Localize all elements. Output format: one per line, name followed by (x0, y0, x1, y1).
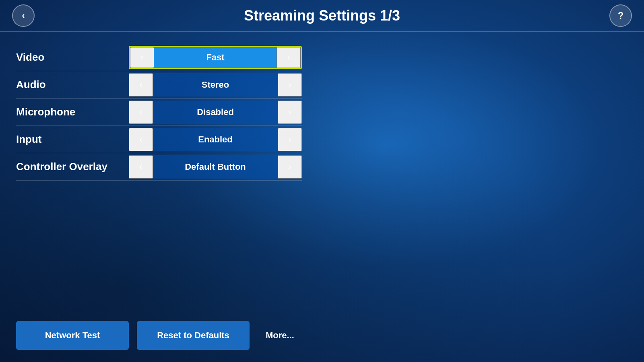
setting-value-controller-overlay: Default Button (153, 162, 278, 172)
help-icon: ? (618, 10, 624, 21)
setting-right-arrow-microphone[interactable]: › (278, 101, 302, 124)
setting-left-arrow-microphone[interactable]: ‹ (129, 101, 153, 124)
setting-left-arrow-video[interactable]: ‹ (130, 47, 154, 68)
setting-right-arrow-controller-overlay[interactable]: › (278, 155, 302, 179)
setting-left-arrow-controller-overlay[interactable]: ‹ (129, 155, 153, 179)
bottom-bar: Network Test Reset to Defaults More... (0, 313, 644, 362)
help-button[interactable]: ? (609, 4, 632, 27)
setting-value-audio: Stereo (153, 80, 278, 90)
setting-control-controller-overlay: ‹ Default Button › (129, 155, 302, 179)
setting-right-arrow-video[interactable]: › (277, 47, 301, 68)
setting-label-controller-overlay: Controller Overlay (16, 160, 129, 173)
setting-label-input: Input (16, 133, 129, 146)
setting-control-input: ‹ Enabled › (129, 128, 302, 151)
setting-control-video: ‹ Fast › (129, 46, 302, 69)
setting-row-input: Input ‹ Enabled › (16, 126, 302, 153)
page-container: ‹ Streaming Settings 1/3 ? Video ‹ Fast … (0, 0, 644, 362)
page-title: Streaming Settings 1/3 (244, 7, 400, 24)
network-test-button[interactable]: Network Test (16, 321, 129, 350)
setting-value-microphone: Disabled (153, 107, 278, 117)
setting-value-input: Enabled (153, 134, 278, 145)
more-button[interactable]: More... (258, 330, 302, 341)
header: ‹ Streaming Settings 1/3 ? (0, 0, 644, 32)
setting-left-arrow-input[interactable]: ‹ (129, 128, 153, 151)
settings-table: Video ‹ Fast › Audio ‹ Stereo › Micropho… (16, 44, 302, 181)
setting-control-audio: ‹ Stereo › (129, 73, 302, 97)
setting-row-audio: Audio ‹ Stereo › (16, 71, 302, 99)
setting-row-microphone: Microphone ‹ Disabled › (16, 99, 302, 126)
setting-label-video: Video (16, 51, 129, 64)
setting-label-audio: Audio (16, 78, 129, 91)
setting-row-controller-overlay: Controller Overlay ‹ Default Button › (16, 153, 302, 181)
back-icon: ‹ (22, 10, 25, 21)
setting-right-arrow-audio[interactable]: › (278, 73, 302, 97)
main-content: Video ‹ Fast › Audio ‹ Stereo › Micropho… (0, 32, 644, 313)
setting-right-arrow-input[interactable]: › (278, 128, 302, 151)
setting-value-video: Fast (154, 52, 277, 63)
back-button[interactable]: ‹ (12, 4, 35, 27)
setting-control-microphone: ‹ Disabled › (129, 101, 302, 124)
setting-row-video: Video ‹ Fast › (16, 44, 302, 71)
reset-defaults-button[interactable]: Reset to Defaults (137, 321, 250, 350)
setting-left-arrow-audio[interactable]: ‹ (129, 73, 153, 97)
setting-label-microphone: Microphone (16, 106, 129, 118)
